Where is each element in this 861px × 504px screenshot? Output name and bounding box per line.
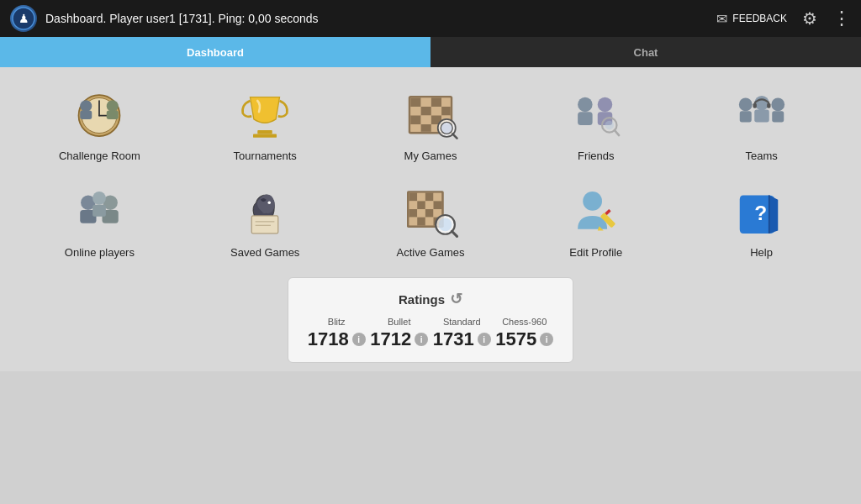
- tab-bar: Dashboard Chat: [0, 37, 861, 67]
- tab-dashboard[interactable]: Dashboard: [0, 37, 430, 67]
- svg-rect-47: [767, 102, 770, 108]
- main-content: Challenge Room Tournaments: [0, 67, 861, 371]
- svg-rect-18: [410, 107, 420, 116]
- rating-chess960: Chess-960 1575 i: [495, 317, 553, 350]
- ratings-row: Blitz 1718 i Bullet 1712 i Standard 1731: [305, 317, 556, 350]
- rating-bullet-value: 1712: [370, 328, 411, 350]
- svg-rect-53: [93, 204, 107, 216]
- svg-rect-7: [81, 110, 92, 119]
- svg-rect-70: [425, 209, 434, 218]
- svg-rect-64: [409, 201, 418, 209]
- grid-item-online-players[interactable]: Online players: [17, 172, 182, 269]
- ratings-refresh-icon[interactable]: ↺: [450, 290, 462, 308]
- svg-point-77: [439, 218, 452, 231]
- rating-bullet: Bullet 1712 i: [370, 317, 428, 350]
- tournaments-icon: [231, 86, 298, 144]
- ratings-title: Ratings ↺: [305, 290, 556, 308]
- svg-rect-67: [433, 201, 441, 209]
- grid-item-active-games[interactable]: Active Games: [348, 172, 514, 269]
- grid-item-tournaments[interactable]: Tournaments: [182, 76, 348, 172]
- rating-blitz-label: Blitz: [328, 317, 346, 327]
- active-games-label: Active Games: [397, 246, 465, 259]
- gear-icon[interactable]: ⚙: [802, 8, 817, 29]
- svg-rect-22: [410, 115, 420, 124]
- saved-games-label: Saved Games: [230, 246, 299, 259]
- grid-item-saved-games[interactable]: Saved Games: [182, 172, 348, 269]
- header-left: ♟ Dashboard. Player user1 [1731]. Ping: …: [10, 5, 319, 32]
- grid-item-help[interactable]: ? Help: [679, 172, 844, 269]
- svg-rect-45: [772, 111, 784, 122]
- svg-point-6: [81, 100, 92, 112]
- rating-standard-label: Standard: [443, 317, 481, 327]
- rating-chess960-info-icon[interactable]: i: [540, 333, 553, 346]
- challenge-room-label: Challenge Room: [59, 150, 140, 162]
- svg-rect-63: [433, 192, 441, 201]
- more-options-icon[interactable]: ⋮: [832, 8, 851, 29]
- svg-point-8: [107, 100, 119, 112]
- svg-rect-66: [425, 201, 434, 209]
- rating-blitz-info-icon[interactable]: i: [352, 333, 366, 346]
- rating-bullet-info-icon[interactable]: i: [415, 333, 428, 346]
- header-right: ✉ FEEDBACK ⚙ ⋮: [716, 8, 851, 29]
- rating-standard-value: 1731: [433, 328, 474, 350]
- rating-blitz-value: 1718: [308, 328, 349, 350]
- active-games-icon: [397, 182, 464, 241]
- teams-icon: [728, 86, 795, 144]
- help-icon: ?: [728, 182, 795, 241]
- app-logo: ♟: [10, 5, 37, 32]
- challenge-room-icon: [66, 86, 133, 144]
- tab-chat[interactable]: Chat: [430, 37, 861, 67]
- feedback-label: FEEDBACK: [732, 13, 787, 24]
- teams-label: Teams: [745, 150, 777, 162]
- svg-rect-19: [421, 107, 431, 116]
- svg-rect-15: [421, 97, 431, 107]
- svg-point-79: [583, 192, 602, 211]
- svg-point-35: [598, 97, 613, 112]
- svg-text:♟: ♟: [18, 12, 29, 25]
- svg-point-44: [771, 97, 784, 111]
- svg-point-42: [754, 95, 769, 110]
- dashboard-grid: Challenge Room Tournaments: [17, 76, 844, 269]
- feedback-button[interactable]: ✉ FEEDBACK: [716, 11, 787, 27]
- svg-line-78: [452, 231, 457, 236]
- grid-item-friends[interactable]: Friends: [513, 76, 679, 172]
- svg-point-31: [441, 122, 452, 134]
- edit-profile-icon: [563, 182, 630, 241]
- svg-rect-23: [421, 115, 431, 124]
- friends-label: Friends: [578, 150, 614, 162]
- tournaments-label: Tournaments: [234, 150, 297, 162]
- svg-rect-34: [578, 112, 593, 125]
- svg-rect-9: [107, 110, 119, 119]
- grid-item-challenge-room[interactable]: Challenge Room: [17, 76, 182, 172]
- edit-profile-label: Edit Profile: [569, 246, 622, 259]
- rating-standard-info-icon[interactable]: i: [478, 333, 491, 346]
- svg-line-39: [615, 130, 619, 135]
- svg-point-33: [578, 97, 593, 112]
- svg-point-54: [268, 201, 272, 204]
- svg-rect-69: [417, 209, 425, 218]
- svg-point-40: [738, 97, 752, 111]
- svg-rect-14: [410, 97, 420, 107]
- my-games-label: My Games: [404, 150, 457, 162]
- rating-bullet-label: Bullet: [388, 317, 411, 327]
- svg-rect-10: [257, 130, 272, 134]
- svg-rect-17: [441, 97, 451, 107]
- grid-item-teams[interactable]: Teams: [679, 76, 844, 172]
- rating-blitz: Blitz 1718 i: [308, 317, 366, 350]
- svg-rect-26: [410, 124, 420, 132]
- svg-point-52: [93, 192, 107, 205]
- svg-rect-55: [251, 215, 278, 233]
- grid-item-edit-profile[interactable]: Edit Profile: [513, 172, 679, 269]
- svg-rect-27: [421, 124, 431, 132]
- svg-rect-11: [253, 134, 277, 137]
- grid-item-my-games[interactable]: My Games: [348, 76, 514, 172]
- app-header: ♟ Dashboard. Player user1 [1731]. Ping: …: [0, 0, 861, 37]
- svg-line-32: [452, 134, 457, 138]
- rating-standard: Standard 1731 i: [433, 317, 491, 350]
- svg-rect-21: [441, 107, 451, 116]
- ratings-panel: Ratings ↺ Blitz 1718 i Bullet 1712 i: [288, 277, 573, 363]
- svg-point-38: [605, 120, 614, 129]
- svg-rect-20: [431, 107, 441, 116]
- envelope-icon: ✉: [716, 11, 727, 27]
- rating-chess960-label: Chess-960: [502, 317, 547, 327]
